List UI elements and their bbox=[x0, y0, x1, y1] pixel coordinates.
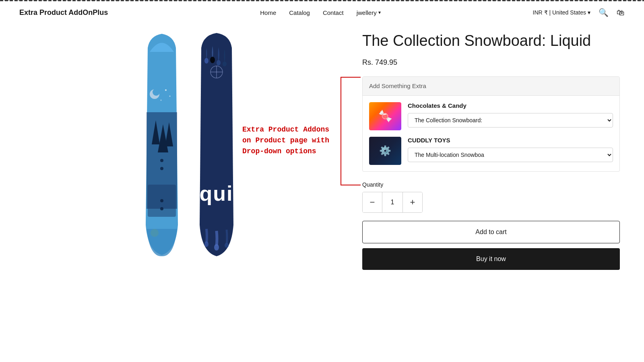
quantity-increment-button[interactable]: + bbox=[403, 192, 422, 212]
svg-point-7 bbox=[160, 159, 163, 162]
svg-point-8 bbox=[160, 167, 163, 170]
addon-header-text: Add Something Extra bbox=[369, 82, 426, 89]
header-actions: INR ₹ | United States ▾ 🔍 🛍 bbox=[533, 8, 625, 17]
cart-icon[interactable]: 🛍 bbox=[617, 8, 625, 17]
search-icon[interactable]: 🔍 bbox=[599, 8, 609, 17]
addon-item-candy-details: Chocolates & Candy The Collection Snowbo… bbox=[408, 102, 613, 128]
main-nav: Home Catalog Contact jwellery ▾ bbox=[260, 9, 380, 16]
candy-image: 🍬 bbox=[369, 102, 401, 130]
quantity-value: 1 bbox=[382, 192, 403, 212]
product-price: Rs. 749.95 bbox=[362, 58, 620, 67]
svg-point-1 bbox=[153, 88, 160, 96]
addon-candy-select[interactable]: The Collection Snowboard: Option 2 Optio… bbox=[408, 113, 613, 128]
add-to-cart-button[interactable]: Add to cart bbox=[362, 221, 620, 243]
nav-catalog[interactable]: Catalog bbox=[289, 9, 310, 16]
product-images: liquid Extra Product Addons on Product p… bbox=[0, 24, 354, 358]
toys-image: ⚙️ bbox=[369, 137, 401, 165]
quantity-label: Quantity bbox=[362, 181, 620, 188]
annotation-text: Extra Product Addons on Product page wit… bbox=[242, 124, 331, 157]
nav-contact[interactable]: Contact bbox=[323, 9, 344, 16]
quantity-section: Quantity − 1 + bbox=[362, 181, 620, 213]
snowboard-container: liquid Extra Product Addons on Product p… bbox=[138, 32, 241, 257]
buy-now-button[interactable]: Buy it now bbox=[362, 248, 620, 270]
svg-point-19 bbox=[204, 241, 208, 247]
svg-point-13 bbox=[217, 60, 221, 66]
quantity-decrement-button[interactable]: − bbox=[363, 192, 382, 212]
svg-point-4 bbox=[161, 100, 162, 101]
svg-point-11 bbox=[204, 58, 208, 64]
svg-point-9 bbox=[160, 199, 163, 202]
red-bracket bbox=[341, 77, 361, 185]
svg-point-12 bbox=[210, 57, 215, 63]
snowboard-right: liquid bbox=[192, 32, 241, 257]
main-content: liquid Extra Product Addons on Product p… bbox=[0, 24, 644, 358]
product-info: The Collection Snowboard: Liquid Rs. 749… bbox=[354, 24, 644, 358]
addon-item-candy: 🍬 Chocolates & Candy The Collection Snow… bbox=[369, 102, 613, 130]
addon-items: 🍬 Chocolates & Candy The Collection Snow… bbox=[363, 96, 619, 171]
candy-icon: 🍬 bbox=[369, 102, 401, 130]
addon-item-toys-name: CUDDLY TOYS bbox=[408, 137, 613, 144]
snowboard-left bbox=[138, 32, 186, 257]
svg-point-10 bbox=[160, 207, 163, 210]
quantity-control: − 1 + bbox=[362, 192, 423, 213]
svg-point-2 bbox=[165, 89, 167, 91]
chevron-down-icon: ▾ bbox=[378, 10, 381, 15]
header: Extra Product AddOnPlus Home Catalog Con… bbox=[0, 1, 644, 24]
svg-point-21 bbox=[225, 243, 229, 248]
svg-point-14 bbox=[223, 62, 227, 66]
chevron-down-icon: ▾ bbox=[588, 9, 590, 16]
addon-item-toys-details: CUDDLY TOYS The Multi-location Snowboa O… bbox=[408, 137, 613, 162]
currency-selector[interactable]: INR ₹ | United States ▾ bbox=[533, 9, 590, 16]
addon-box: Add Something Extra 🍬 Chocolates & Candy… bbox=[362, 76, 620, 172]
product-title: The Collection Snowboard: Liquid bbox=[362, 32, 620, 50]
toys-icon: ⚙️ bbox=[369, 137, 401, 165]
nav-home[interactable]: Home bbox=[260, 9, 276, 16]
svg-text:liquid: liquid bbox=[192, 182, 241, 205]
addon-item-candy-name: Chocolates & Candy bbox=[408, 102, 613, 109]
svg-point-20 bbox=[214, 244, 219, 251]
addon-toys-select[interactable]: The Multi-location Snowboa Option 2 Opti… bbox=[408, 148, 613, 162]
addon-item-toys: ⚙️ CUDDLY TOYS The Multi-location Snowbo… bbox=[369, 137, 613, 165]
nav-jwellery[interactable]: jwellery ▾ bbox=[357, 9, 381, 16]
svg-point-3 bbox=[169, 96, 171, 97]
addon-header: Add Something Extra bbox=[363, 77, 619, 96]
site-logo[interactable]: Extra Product AddOnPlus bbox=[19, 8, 108, 17]
